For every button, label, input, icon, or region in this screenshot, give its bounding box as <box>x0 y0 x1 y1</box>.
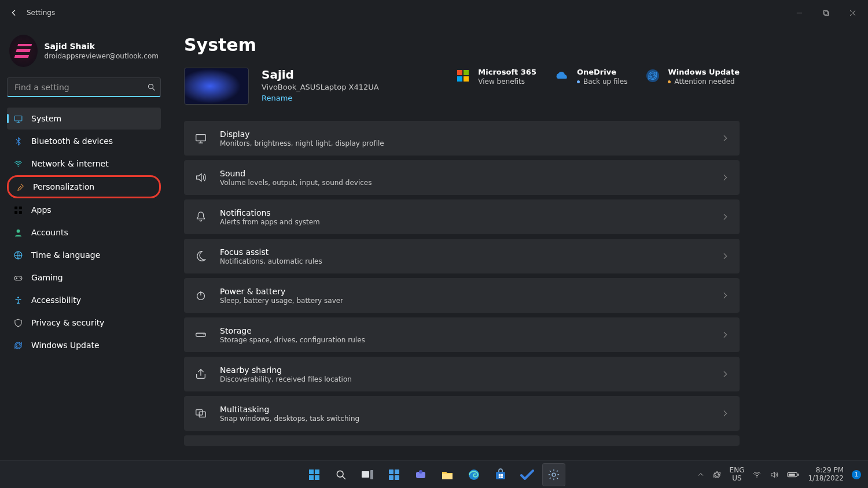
sidebar-item-apps[interactable]: Apps <box>7 199 161 221</box>
globe-icon <box>13 250 23 260</box>
status-tile-subtitle: View benefits <box>478 77 536 86</box>
clock-date: 1/18/2022 <box>808 475 844 483</box>
taskbar-todo-icon[interactable] <box>516 463 539 486</box>
taskbar-start-icon[interactable] <box>303 463 326 486</box>
sidebar-item-accounts[interactable]: Accounts <box>7 221 161 243</box>
svg-rect-25 <box>309 469 314 474</box>
chevron-right-icon <box>721 370 729 378</box>
status-tile-subtitle: Attention needed <box>668 77 740 86</box>
card-title: Focus assist <box>220 247 322 257</box>
sidebar-item-accessibility[interactable]: Accessibility <box>7 289 161 311</box>
highlight-annotation: Personalization <box>7 175 161 198</box>
search-input[interactable] <box>13 82 147 93</box>
brush-icon <box>14 182 25 192</box>
svg-point-24 <box>646 69 659 82</box>
tray-notification-badge[interactable]: 1 <box>852 470 861 479</box>
setting-card-partial[interactable] <box>184 435 740 446</box>
card-title: Power & battery <box>220 287 343 296</box>
system-icon <box>13 113 23 124</box>
status-tile-microsoft-365[interactable]: Microsoft 365View benefits <box>455 68 536 86</box>
chevron-right-icon <box>721 134 729 142</box>
sidebar-item-system[interactable]: System <box>7 108 161 130</box>
settings-card-list: DisplayMonitors, brightness, night light… <box>184 121 740 446</box>
taskbar-store-icon[interactable] <box>489 463 512 486</box>
svg-rect-33 <box>389 475 393 480</box>
svg-rect-31 <box>389 469 393 474</box>
status-tile-title: Microsoft 365 <box>478 68 536 76</box>
svg-rect-41 <box>501 474 503 475</box>
setting-card-sound[interactable]: SoundVolume levels, output, input, sound… <box>184 160 740 195</box>
device-row: Sajid VivoBook_ASUSLaptop X412UA Rename … <box>184 68 740 105</box>
taskbar-settings-icon[interactable] <box>542 463 565 486</box>
chevron-left-icon <box>10 9 18 17</box>
sound-icon <box>194 171 207 184</box>
taskbar-edge-icon[interactable] <box>462 463 486 486</box>
tray-wifi-icon[interactable] <box>752 470 762 479</box>
sidebar-item-label: Apps <box>31 205 52 215</box>
store-icon <box>494 468 507 481</box>
gamepad-icon <box>13 272 23 283</box>
sidebar-item-label: Time & language <box>31 250 100 260</box>
sidebar-item-gaming[interactable]: Gaming <box>7 267 161 289</box>
accessibility-icon <box>13 295 23 305</box>
sidebar-item-windows-update[interactable]: Windows Update <box>7 334 161 356</box>
shield-icon <box>13 317 23 328</box>
update-icon <box>13 340 23 350</box>
taskbar-center <box>303 463 565 486</box>
tray-sync-icon[interactable] <box>712 470 722 479</box>
sidebar-item-bluetooth-devices[interactable]: Bluetooth & devices <box>7 130 161 152</box>
back-button[interactable] <box>2 1 25 24</box>
setting-card-focus-assist[interactable]: Focus assistNotifications, automatic rul… <box>184 239 740 273</box>
setting-card-power-battery[interactable]: Power & batterySleep, battery usage, bat… <box>184 278 740 313</box>
chevron-right-icon <box>721 291 729 300</box>
window-minimize[interactable] <box>786 3 812 22</box>
sidebar-item-label: Bluetooth & devices <box>31 136 113 146</box>
sidebar-item-label: System <box>31 114 61 123</box>
tray-battery-icon[interactable] <box>787 471 800 478</box>
sidebar-item-privacy-security[interactable]: Privacy & security <box>7 312 161 334</box>
tray-language[interactable]: ENG US <box>730 467 745 483</box>
setting-card-display[interactable]: DisplayMonitors, brightness, night light… <box>184 121 740 156</box>
taskbar-search-icon[interactable] <box>329 463 352 486</box>
taskbar-teams-icon[interactable] <box>409 463 432 486</box>
setting-card-storage[interactable]: StorageStorage space, drives, configurat… <box>184 317 740 352</box>
tray-overflow-icon[interactable] <box>697 471 704 478</box>
m365-icon <box>455 68 471 84</box>
card-description: Snap windows, desktops, task switching <box>220 415 359 423</box>
search-box[interactable] <box>7 77 161 97</box>
card-title: Nearby sharing <box>220 365 352 375</box>
taskbar-widgets-icon[interactable] <box>382 463 406 486</box>
tray-volume-icon[interactable] <box>770 470 779 479</box>
tray-clock[interactable]: 8:29 PM 1/18/2022 <box>808 467 844 483</box>
status-tiles: Microsoft 365View benefitsOneDriveBack u… <box>455 68 740 86</box>
svg-rect-37 <box>442 474 453 479</box>
todo-icon <box>520 469 534 480</box>
sidebar-item-network-internet[interactable]: Network & internet <box>7 153 161 175</box>
svg-rect-28 <box>315 475 319 480</box>
profile-block[interactable]: Sajid Shaik droidappsreviewer@outlook.co… <box>9 35 159 67</box>
window-maximize[interactable] <box>812 3 839 22</box>
sidebar-item-personalization[interactable]: Personalization <box>9 177 159 197</box>
taskbar-tray: ENG US 8:29 PM 1/18/2022 1 <box>697 467 861 483</box>
device-thumbnail[interactable] <box>184 68 249 105</box>
card-description: Storage space, drives, configuration rul… <box>220 336 365 344</box>
power-icon <box>194 289 207 302</box>
setting-card-nearby-sharing[interactable]: Nearby sharingDiscoverability, received … <box>184 357 740 391</box>
start-icon <box>308 468 321 481</box>
sidebar-item-time-language[interactable]: Time & language <box>7 244 161 266</box>
minimize-icon <box>796 10 803 16</box>
taskbar-taskview-icon[interactable] <box>356 463 379 486</box>
window-close[interactable] <box>839 3 866 22</box>
status-tile-subtitle: Back up files <box>577 77 628 86</box>
taskbar-explorer-icon[interactable] <box>436 463 459 486</box>
setting-card-multitasking[interactable]: MultitaskingSnap windows, desktops, task… <box>184 396 740 431</box>
setting-card-notifications[interactable]: NotificationsAlerts from apps and system <box>184 199 740 234</box>
svg-rect-30 <box>370 470 373 479</box>
profile-email: droidappsreviewer@outlook.com <box>45 52 159 60</box>
status-tile-onedrive[interactable]: OneDriveBack up files <box>554 68 628 86</box>
share-icon <box>194 368 207 380</box>
profile-name: Sajid Shaik <box>45 42 159 51</box>
rename-link[interactable]: Rename <box>262 94 292 102</box>
svg-rect-42 <box>499 476 501 478</box>
status-tile-windows-update[interactable]: Windows UpdateAttention needed <box>645 68 740 86</box>
